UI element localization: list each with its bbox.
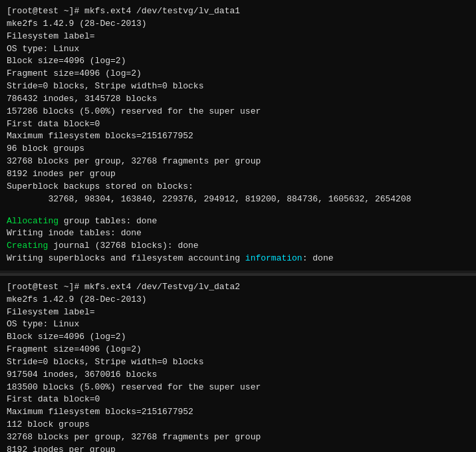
- output-line-2-4: Block size=4096 (log=2): [7, 331, 469, 344]
- output-line-15: 32768, 98304, 163840, 229376, 294912, 81…: [7, 193, 469, 206]
- output-line-2-13: 8192 inodes per group: [7, 444, 469, 452]
- output-line-11: 96 block groups: [7, 143, 469, 156]
- output-line-7: 786432 inodes, 3145728 blocks: [7, 93, 469, 106]
- output-line-2-6: Stride=0 blocks, Stripe width=0 blocks: [7, 356, 469, 369]
- output-line-2-10: Maximum filesystem blocks=2151677952: [7, 406, 469, 419]
- output-line-2-8: 183500 blocks (5.00%) reserved for the s…: [7, 382, 469, 394]
- creating-line-1: Creating journal (32768 blocks): done: [7, 240, 469, 253]
- writing-inode-1: Writing inode tables: done: [7, 227, 469, 240]
- output-line-4: Block size=4096 (log=2): [7, 55, 469, 68]
- empty-line-1: [7, 206, 469, 215]
- output-line-5: Fragment size=4096 (log=2): [7, 68, 469, 80]
- output-line-6: Stride=0 blocks, Stripe width=0 blocks: [7, 80, 469, 93]
- information-keyword-1: information: [245, 253, 302, 263]
- creating-keyword-1: Creating: [7, 241, 48, 251]
- output-line-2-9: First data block=0: [7, 394, 469, 406]
- output-line-2-11: 112 block groups: [7, 419, 469, 431]
- output-line-9: First data block=0: [7, 118, 469, 131]
- output-line-1: mke2fs 1.42.9 (28-Dec-2013): [7, 18, 469, 31]
- output-line-8: 157286 blocks (5.00%) reserved for the s…: [7, 106, 469, 118]
- output-line-2: Filesystem label=: [7, 31, 469, 43]
- terminal-block-2: [root@test ~]# mkfs.ext4 /dev/Testvg/lv_…: [0, 276, 476, 452]
- output-line-2-5: Fragment size=4096 (log=2): [7, 344, 469, 356]
- output-line-2-2: Filesystem label=: [7, 306, 469, 319]
- output-line-2-1: mke2fs 1.42.9 (28-Dec-2013): [7, 294, 469, 306]
- output-line-2-12: 32768 blocks per group, 32768 fragments …: [7, 431, 469, 444]
- output-line-13: 8192 inodes per group: [7, 168, 469, 181]
- output-line-14: Superblock backups stored on blocks:: [7, 181, 469, 193]
- output-line-2-7: 917504 inodes, 3670016 blocks: [7, 369, 469, 382]
- output-line-3: OS type: Linux: [7, 43, 469, 56]
- alloc-line-1: Allocating group tables: done: [7, 215, 469, 228]
- output-line-2-3: OS type: Linux: [7, 318, 469, 331]
- alloc-keyword-1: Allocating: [7, 216, 59, 226]
- terminal-container: [root@test ~]# mkfs.ext4 /dev/testvg/lv_…: [0, 0, 476, 452]
- output-line-10: Maximum filesystem blocks=2151677952: [7, 130, 469, 143]
- output-line-12: 32768 blocks per group, 32768 fragments …: [7, 156, 469, 168]
- terminal-block-1: [root@test ~]# mkfs.ext4 /dev/testvg/lv_…: [0, 0, 476, 271]
- cmd-line-2: [root@test ~]# mkfs.ext4 /dev/Testvg/lv_…: [7, 281, 469, 294]
- writing-super-1: Writing superblocks and filesystem accou…: [7, 253, 469, 265]
- cmd-line-1: [root@test ~]# mkfs.ext4 /dev/testvg/lv_…: [7, 5, 469, 18]
